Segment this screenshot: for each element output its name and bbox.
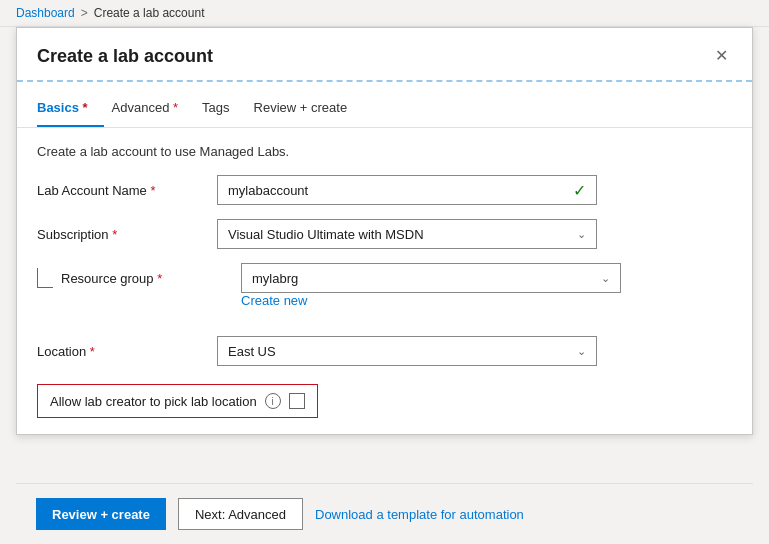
breadcrumb-home[interactable]: Dashboard: [16, 6, 75, 20]
modal-title: Create a lab account: [37, 46, 213, 67]
tab-basics-required: *: [79, 100, 88, 115]
breadcrumb: Dashboard > Create a lab account: [0, 0, 769, 27]
breadcrumb-separator: >: [81, 6, 88, 20]
tab-advanced-required: *: [169, 100, 178, 115]
tab-review-create-label: Review + create: [254, 100, 348, 115]
tabs-container: Basics * Advanced * Tags Review + create: [17, 90, 752, 128]
subscription-select[interactable]: Visual Studio Ultimate with MSDN ⌄: [217, 219, 597, 249]
review-create-button[interactable]: Review + create: [36, 498, 166, 530]
lab-account-name-row: Lab Account Name * mylabaccount ✓: [37, 175, 732, 205]
allow-creator-row: Allow lab creator to pick lab location i: [37, 384, 318, 418]
header-separator: [17, 80, 752, 82]
page-wrapper: Dashboard > Create a lab account Create …: [0, 0, 769, 544]
tab-basics[interactable]: Basics *: [37, 90, 104, 127]
tab-tags-label: Tags: [202, 100, 229, 115]
next-advanced-button[interactable]: Next: Advanced: [178, 498, 303, 530]
subscription-value: Visual Studio Ultimate with MSDN: [228, 227, 424, 242]
info-icon[interactable]: i: [265, 393, 281, 409]
tab-review-create[interactable]: Review + create: [254, 90, 364, 127]
tree-line: [37, 268, 53, 288]
tab-advanced-label: Advanced: [112, 100, 170, 115]
tab-tags[interactable]: Tags: [202, 90, 245, 127]
location-value: East US: [228, 344, 276, 359]
chevron-down-icon: ⌄: [577, 345, 586, 358]
location-select[interactable]: East US ⌄: [217, 336, 597, 366]
check-icon: ✓: [573, 181, 586, 200]
location-label: Location *: [37, 344, 217, 359]
resource-group-value: mylabrg: [252, 271, 298, 286]
tab-basics-label: Basics: [37, 100, 79, 115]
allow-creator-checkbox[interactable]: [289, 393, 305, 409]
modal: Create a lab account ✕ Basics * Advanced…: [16, 27, 753, 435]
create-new-link[interactable]: Create new: [241, 293, 732, 308]
lab-account-name-value: mylabaccount: [228, 183, 308, 198]
subscription-label: Subscription *: [37, 227, 217, 242]
lab-account-name-input[interactable]: mylabaccount ✓: [217, 175, 597, 205]
breadcrumb-current: Create a lab account: [94, 6, 205, 20]
resource-group-section: Resource group * mylabrg ⌄ Create new: [37, 263, 732, 322]
subscription-row: Subscription * Visual Studio Ultimate wi…: [37, 219, 732, 249]
resource-group-select[interactable]: mylabrg ⌄: [241, 263, 621, 293]
form-body: Create a lab account to use Managed Labs…: [17, 128, 752, 434]
tab-advanced[interactable]: Advanced *: [112, 90, 195, 127]
close-button[interactable]: ✕: [711, 44, 732, 68]
resource-group-row: Resource group * mylabrg ⌄: [37, 263, 732, 293]
resource-group-label: Resource group *: [61, 271, 241, 286]
download-template-link[interactable]: Download a template for automation: [315, 507, 524, 522]
location-row: Location * East US ⌄: [37, 336, 732, 366]
modal-header: Create a lab account ✕: [17, 28, 752, 80]
form-description: Create a lab account to use Managed Labs…: [37, 144, 732, 159]
chevron-down-icon: ⌄: [601, 272, 610, 285]
lab-account-name-label: Lab Account Name *: [37, 183, 217, 198]
allow-creator-label: Allow lab creator to pick lab location: [50, 394, 257, 409]
chevron-down-icon: ⌄: [577, 228, 586, 241]
modal-footer: Review + create Next: Advanced Download …: [16, 483, 753, 544]
